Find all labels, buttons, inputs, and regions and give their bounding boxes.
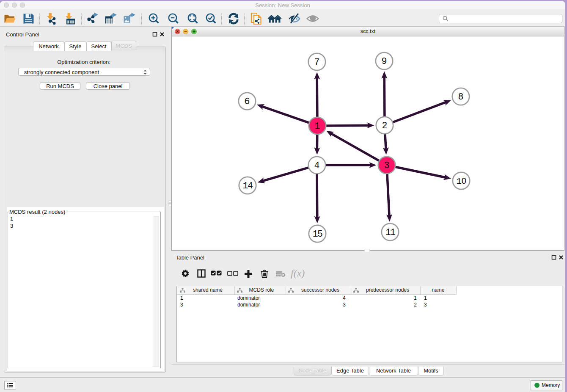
svg-text:9: 9 — [382, 56, 387, 66]
svg-text:14: 14 — [243, 181, 253, 191]
svg-text:7: 7 — [314, 57, 320, 67]
svg-text:6: 6 — [245, 97, 250, 107]
svg-text:10: 10 — [456, 176, 466, 186]
svg-text:8: 8 — [458, 92, 464, 102]
svg-text:2: 2 — [382, 121, 388, 131]
svg-text:11: 11 — [385, 227, 395, 237]
svg-text:1: 1 — [315, 121, 320, 131]
svg-text:3: 3 — [384, 160, 390, 171]
svg-text:4: 4 — [314, 160, 320, 171]
svg-text:15: 15 — [313, 229, 322, 239]
